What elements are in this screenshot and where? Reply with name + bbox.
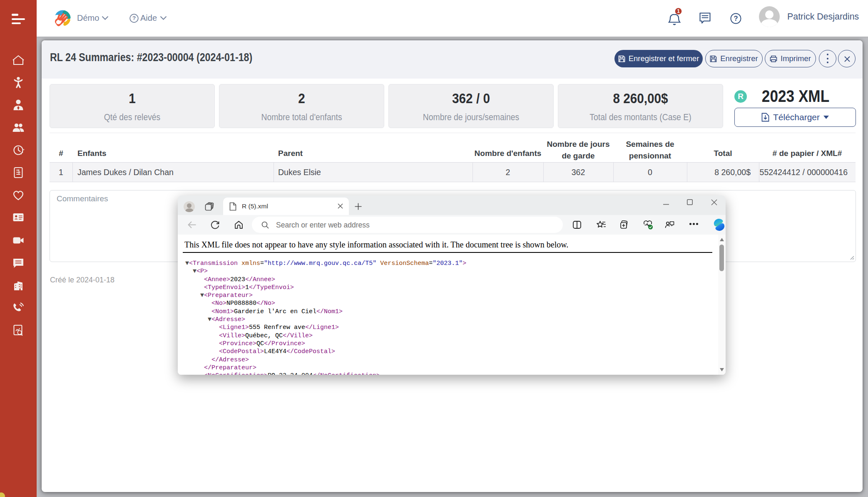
svg-text:?: ? <box>132 15 136 21</box>
svg-text:1: 1 <box>677 8 680 14</box>
svg-text:?: ? <box>734 15 738 22</box>
